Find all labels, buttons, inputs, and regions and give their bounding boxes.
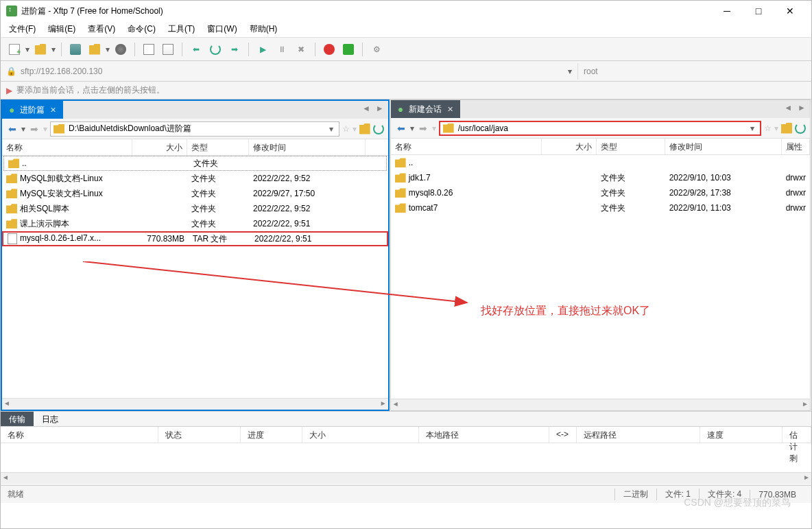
local-tabstrip: ● 进阶篇 ✕ ◄► <box>2 101 388 119</box>
th-progress[interactable]: 进度 <box>241 427 302 443</box>
menu-command[interactable]: 命令(C) <box>128 23 156 35</box>
title-bar: 进阶篇 - Xftp 7 (Free for Home/School) ─ □ … <box>1 1 811 21</box>
file-row[interactable]: .. <box>391 155 810 170</box>
menu-help[interactable]: 帮助(H) <box>250 23 278 35</box>
file-row[interactable]: mysql8.0.26文件夹2022/9/28, 17:38drwxr <box>391 185 810 200</box>
lock-icon: 🔒 <box>6 67 16 76</box>
th-eta[interactable]: 估计剩 <box>783 427 811 443</box>
forward-icon[interactable]: ➡ <box>417 123 429 134</box>
new-session-icon[interactable] <box>6 41 23 58</box>
address-input[interactable] <box>21 63 562 80</box>
col-mtime[interactable]: 修改时间 <box>665 139 782 154</box>
menu-view[interactable]: 查看(V) <box>88 23 115 35</box>
col-size[interactable]: 大小 <box>132 139 187 155</box>
right-arrow-icon[interactable]: ➡ <box>226 41 243 58</box>
remote-tabstrip: ● 新建会话 ✕ ◄► <box>391 100 810 118</box>
settings-icon[interactable] <box>112 41 129 58</box>
left-arrow-icon[interactable]: ⬅ <box>188 41 204 58</box>
favorite-icon[interactable]: ☆ <box>342 124 350 134</box>
refresh-remote-icon[interactable] <box>795 123 806 134</box>
col-name[interactable]: 名称 <box>2 139 132 155</box>
file-row[interactable]: ..文件夹 <box>3 156 387 171</box>
tab-status-icon: ● <box>398 104 403 115</box>
pause-icon[interactable]: ⏸ <box>274 41 290 58</box>
local-tab[interactable]: ● 进阶篇 ✕ <box>2 101 63 119</box>
home-icon[interactable] <box>781 123 792 134</box>
local-path-input[interactable] <box>69 123 326 135</box>
tab-prev-icon[interactable]: ◄ <box>784 103 792 113</box>
close-button[interactable]: ✕ <box>774 1 806 21</box>
tab-next-icon[interactable]: ► <box>376 104 384 113</box>
maximize-button[interactable]: □ <box>743 1 774 21</box>
menu-tools[interactable]: 工具(T) <box>168 23 195 35</box>
col-mtime[interactable]: 修改时间 <box>249 139 366 155</box>
file-row[interactable]: MySQL安装文档-Linux文件夹2022/9/27, 17:50 <box>2 186 388 201</box>
remote-tab[interactable]: ● 新建会话 ✕ <box>391 100 460 118</box>
file-row[interactable]: 相关SQL脚本文件夹2022/2/22, 9:52 <box>2 201 388 216</box>
col-type[interactable]: 类型 <box>187 139 249 155</box>
status-ready: 就绪 <box>8 489 24 500</box>
th-local[interactable]: 本地路径 <box>419 427 549 443</box>
remote-nav: ⬅▾ ➡▾ ▾ ☆▾ <box>391 118 810 139</box>
file-row[interactable]: 课上演示脚本文件夹2022/2/22, 9:51 <box>2 216 388 231</box>
th-remote[interactable]: 远程路径 <box>577 427 700 443</box>
open-folder-icon[interactable] <box>32 41 49 58</box>
folder-icon[interactable] <box>86 41 103 58</box>
transfer-list[interactable] <box>1 443 811 472</box>
back-icon[interactable]: ⬅ <box>6 124 19 134</box>
tab-log[interactable]: 日志 <box>34 412 67 426</box>
back-icon[interactable]: ⬅ <box>395 123 407 134</box>
tab-prev-icon[interactable]: ◄ <box>362 104 370 113</box>
tab-close-icon[interactable]: ✕ <box>50 106 56 115</box>
terminal-icon[interactable] <box>340 41 357 58</box>
path-dropdown-icon[interactable]: ▾ <box>326 124 336 134</box>
menu-edit[interactable]: 编辑(E) <box>48 23 75 35</box>
menu-file[interactable]: 文件(F) <box>9 23 36 35</box>
save-icon[interactable] <box>67 41 84 58</box>
col-name[interactable]: 名称 <box>391 139 542 154</box>
remote-path-box[interactable]: ▾ <box>439 121 761 136</box>
list-icon[interactable] <box>160 41 176 58</box>
th-dir[interactable]: <-> <box>549 427 577 443</box>
forward-icon[interactable]: ➡ <box>28 124 40 134</box>
play-icon[interactable]: ▶ <box>254 41 271 58</box>
stop-icon[interactable]: ✖ <box>293 41 309 58</box>
status-binary: 二进制 <box>614 489 656 500</box>
sync-icon[interactable] <box>321 41 337 58</box>
remote-file-list[interactable]: .. jdk1.7文件夹2022/9/10, 10:03drwxr mysql8… <box>391 155 810 399</box>
tab-transfer[interactable]: 传输 <box>1 412 34 426</box>
file-row[interactable]: jdk1.7文件夹2022/9/10, 10:03drwxr <box>391 170 810 185</box>
col-size[interactable]: 大小 <box>542 139 597 154</box>
favorite-icon[interactable]: ☆ <box>764 124 772 133</box>
menu-window[interactable]: 窗口(W) <box>207 23 237 35</box>
transfer-scrollbar[interactable] <box>1 472 811 484</box>
th-name[interactable]: 名称 <box>1 427 158 443</box>
home-icon[interactable] <box>359 124 370 134</box>
local-path-box[interactable]: ▾ <box>50 121 339 137</box>
remote-tab-label: 新建会话 <box>409 104 442 115</box>
refresh-local-icon[interactable] <box>373 124 384 134</box>
username-input[interactable] <box>577 63 812 80</box>
col-attr[interactable]: 属性 <box>782 139 810 154</box>
file-row[interactable]: MySQL卸载文档-Linux文件夹2022/2/22, 9:52 <box>2 171 388 186</box>
local-file-list[interactable]: ..文件夹 MySQL卸载文档-Linux文件夹2022/2/22, 9:52 … <box>2 156 388 398</box>
menu-bar: 文件(F) 编辑(E) 查看(V) 命令(C) 工具(T) 窗口(W) 帮助(H… <box>1 21 811 38</box>
local-scrollbar[interactable] <box>2 398 388 410</box>
tab-close-icon[interactable]: ✕ <box>447 105 453 114</box>
th-status[interactable]: 状态 <box>158 427 241 443</box>
address-dropdown-icon[interactable]: ▾ <box>568 67 572 76</box>
minimize-button[interactable]: ─ <box>711 1 743 21</box>
col-type[interactable]: 类型 <box>597 139 665 154</box>
window-title: 进阶篇 - Xftp 7 (Free for Home/School) <box>21 5 711 17</box>
help-icon[interactable]: ⚙ <box>368 41 385 58</box>
remote-path-input[interactable] <box>458 122 748 134</box>
remote-scrollbar[interactable] <box>391 399 810 410</box>
file-row-highlighted[interactable]: mysql-8.0.26-1.el7.x...770.83MBTAR 文件202… <box>2 231 388 246</box>
th-speed[interactable]: 速度 <box>700 427 783 443</box>
tab-next-icon[interactable]: ► <box>798 103 806 113</box>
path-dropdown-icon[interactable]: ▾ <box>748 124 757 133</box>
doc-icon[interactable] <box>141 41 157 58</box>
file-row[interactable]: tomcat7文件夹2022/9/10, 11:03drwxr <box>391 200 810 215</box>
th-size[interactable]: 大小 <box>302 427 419 443</box>
refresh-icon[interactable] <box>207 41 224 58</box>
